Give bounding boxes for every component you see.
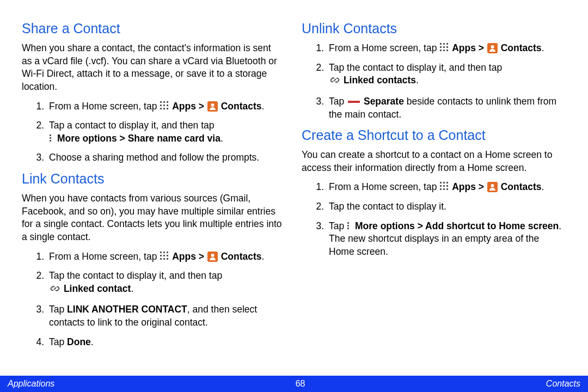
- list-item: From a Home screen, tap Apps > Contacts.: [47, 100, 283, 113]
- contacts-icon: [207, 252, 218, 262]
- apps-grid-icon: [440, 43, 449, 52]
- list-item: Tap the contact to display it, and then …: [327, 62, 566, 89]
- more-options-icon: [50, 133, 53, 143]
- apps-grid-icon: [440, 182, 449, 191]
- minus-icon: [348, 101, 360, 103]
- unlink-contacts-heading: Unlink Contacts: [302, 21, 566, 36]
- list-item: From a Home screen, tap Apps > Contacts.: [327, 42, 566, 55]
- list-item: Tap Done.: [47, 336, 283, 349]
- list-item: Tap the contact to display it.: [327, 200, 566, 213]
- footer-right: Contacts: [546, 379, 580, 389]
- contacts-icon: [487, 182, 498, 192]
- list-item: Choose a sharing method and follow the p…: [47, 151, 283, 164]
- contacts-icon: [207, 101, 218, 112]
- list-item: Tap Separate beside contacts to unlink t…: [327, 95, 566, 121]
- apps-grid-icon: [160, 101, 169, 110]
- share-contact-intro: When you share a contact, the contact's …: [22, 42, 283, 94]
- page-footer: Applications 68 Contacts: [0, 376, 588, 392]
- link-contacts-heading: Link Contacts: [22, 171, 283, 187]
- contacts-icon: [487, 43, 498, 53]
- list-item: Tap LINK ANOTHER CONTACT, and then selec…: [47, 303, 283, 329]
- share-contact-heading: Share a Contact: [22, 21, 283, 36]
- footer-left: Applications: [8, 379, 54, 389]
- link-icon: [50, 284, 60, 297]
- create-shortcut-intro: You can create a shortcut to a contact o…: [302, 149, 566, 174]
- list-item: Tap a contact to display it, and then ta…: [47, 119, 283, 145]
- link-icon: [330, 75, 340, 89]
- apps-grid-icon: [160, 252, 169, 260]
- list-item: Tap the contact to display it, and then …: [47, 270, 283, 297]
- create-shortcut-heading: Create a Shortcut to a Contact: [302, 127, 566, 143]
- page-number: 68: [296, 379, 305, 389]
- more-options-icon: [347, 221, 351, 230]
- list-item: From a Home screen, tap Apps > Contacts.: [47, 250, 283, 264]
- list-item: From a Home screen, tap Apps > Contacts.: [327, 181, 566, 194]
- list-item: Tap More options > Add shortcut to Home …: [327, 220, 566, 259]
- link-contacts-intro: When you have contacts from various sour…: [22, 192, 283, 244]
